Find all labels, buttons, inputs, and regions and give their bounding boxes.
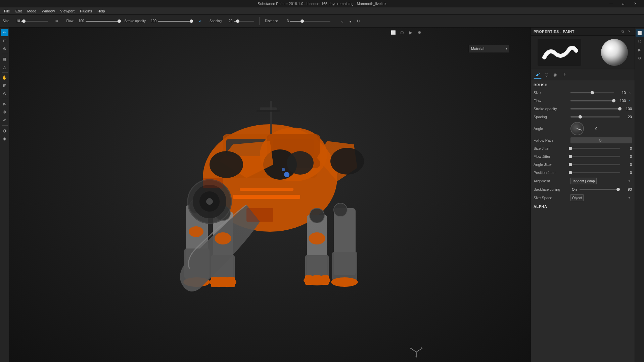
properties-close-icon[interactable]: ✕ [627,29,632,34]
angle-row: Angle 0 [534,122,632,135]
properties-header-icons: ⧉ ✕ [620,29,632,34]
svg-rect-13 [228,277,235,287]
toolbar-spacing-slider[interactable] [234,19,254,24]
backface-culling-slider[interactable] [580,189,620,190]
size-label: Size [534,91,570,95]
svg-point-33 [309,232,325,244]
tool-separator-3 [2,99,8,99]
material-dropdown: Material Base Color Roughness ▼ [469,45,509,52]
toolbar-spacing-label: Spacing [210,19,222,23]
brush-section-title: BRUSH [534,83,632,87]
toolbar-size-slider[interactable] [21,19,48,24]
tab-effects[interactable]: ☽ [560,71,568,79]
toolbar-symmetry-radial-icon[interactable]: ↻ [355,17,362,25]
viewport-render-icon[interactable]: ⬡ [398,29,406,36]
far-right-layers-icon[interactable]: ⬜ [636,29,644,37]
far-right-settings-icon[interactable]: ⚙ [636,54,644,62]
tool-clone[interactable]: ⊞ [1,82,8,89]
menu-viewport[interactable]: Viewport [57,7,77,15]
viewport-camera-icon[interactable]: ▶ [407,29,414,36]
position-jitter-label: Position Jitter [534,171,570,175]
stroke-opacity-slider[interactable] [570,108,620,109]
position-jitter-slider[interactable] [570,172,620,173]
tab-fill[interactable]: ◉ [551,71,559,79]
size-slider[interactable] [570,92,614,93]
alignment-select[interactable]: Tangent | Wrap Tangent UV World [570,178,597,184]
follow-path-toggle[interactable]: Off [570,137,632,143]
angle-dial[interactable] [570,122,584,135]
menu-plugins[interactable]: Plugins [77,7,95,15]
toolbar-flow-label: Flow [66,19,73,23]
tool-geometry[interactable]: △ [1,63,8,71]
xyz-axis-indicator: X Z Y [410,345,423,359]
toolbar-flow-value: 100 [75,19,84,23]
minimize-button[interactable]: — [605,0,617,7]
size-jitter-slider[interactable] [570,148,620,149]
tool-picker[interactable]: ⊙ [1,90,8,97]
tool-projection[interactable]: ⊕ [1,45,8,52]
size-edit-icon[interactable]: ✎ [627,90,632,95]
tool-fill[interactable]: ▦ [1,55,8,63]
toolbar-stroke-opacity-group: Stroke opacity 100 [125,19,191,24]
viewport-layers-icon[interactable]: ⬜ [389,29,397,36]
flow-check-icon[interactable]: ✓ [627,98,632,103]
close-button[interactable]: ✕ [629,0,641,7]
tool-paint[interactable]: ✏ [1,29,8,36]
maximize-button[interactable]: □ [617,0,629,7]
properties-panel: PROPERTIES - PAINT ⧉ ✕ 🖌 ⬡ ◉ ☽ [531,28,635,362]
tool-smudge[interactable]: ✋ [1,74,8,81]
menu-window[interactable]: Window [39,7,57,15]
backface-culling-label: Backface culling [534,187,570,191]
toolbar-distance-slider[interactable] [290,19,330,24]
angle-jitter-row: Angle Jitter 0 [534,162,632,168]
far-right-texture-icon[interactable]: ⬡ [636,37,644,45]
viewport[interactable]: Material Base Color Roughness ▼ ⬜ ⬡ ▶ ⚙ … [9,28,531,362]
toolbar-size-group: Size 10 [3,19,48,24]
tool-mask[interactable]: ◑ [1,127,8,134]
svg-rect-45 [270,101,272,134]
toolbar-brush-icon[interactable]: ✏ [53,17,61,25]
flow-jitter-slider[interactable] [570,156,620,157]
tool-eraser[interactable]: ◻ [1,37,8,44]
toolbar-divider-1 [259,17,260,25]
tool-annotate[interactable]: ✐ [1,117,8,124]
menu-edit[interactable]: Edit [13,7,25,15]
size-jitter-label: Size Jitter [534,146,570,150]
flow-slider[interactable] [570,100,614,101]
spacing-slider[interactable] [570,116,620,118]
toolbar-spacing-group: Spacing 20 [210,19,254,24]
toolbar-symmetry-x-icon[interactable]: ⬦ [338,17,346,25]
left-toolbar: ✏ ◻ ⊕ ▦ △ ✋ ⊞ ⊙ ⊳ ✥ ✐ ◑ ◈ [0,28,9,362]
flow-value: 100 [615,99,626,103]
flow-slider-area: 100 ✓ [570,98,632,103]
tool-measure[interactable]: ⊳ [1,100,8,108]
follow-path-row: Follow Path Off [534,137,632,143]
toolbar-confirm-icon[interactable]: ✓ [197,17,204,25]
stroke-opacity-row: Stroke opacity 100 [534,106,632,112]
svg-text:Z: Z [410,346,412,349]
tool-transform[interactable]: ✥ [1,108,8,116]
tool-material[interactable]: ◈ [1,135,8,142]
svg-rect-43 [246,208,273,222]
menu-bar: File Edit Mode Window Viewport Plugins H… [0,7,644,15]
toolbar-stroke-opacity-slider[interactable] [158,19,191,24]
alignment-row: Alignment Tangent | Wrap Tangent UV Worl… [534,178,632,184]
tab-material[interactable]: ⬡ [542,71,550,79]
size-space-select[interactable]: Object UV World [570,194,584,201]
sphere-material-preview [601,39,628,66]
tool-separator-4 [2,125,8,126]
material-select[interactable]: Material Base Color Roughness [469,45,509,52]
toolbar-flow-slider[interactable] [86,19,119,24]
tab-brush[interactable]: 🖌 [534,71,542,79]
follow-path-label: Follow Path [534,138,570,142]
viewport-settings-icon[interactable]: ⚙ [416,29,423,36]
menu-help[interactable]: Help [95,7,108,15]
angle-jitter-slider[interactable] [570,164,620,165]
far-right-render-icon[interactable]: ▶ [636,46,644,54]
menu-file[interactable]: File [1,7,13,15]
viewport-top-right-icons: ⬜ ⬡ ▶ ⚙ [389,29,423,36]
toolbar-symmetry-y-icon[interactable]: ⬥ [347,17,354,25]
far-right-panel: ⬜ ⬡ ▶ ⚙ [635,28,644,362]
properties-popout-icon[interactable]: ⧉ [620,29,625,34]
menu-mode[interactable]: Mode [25,7,39,15]
